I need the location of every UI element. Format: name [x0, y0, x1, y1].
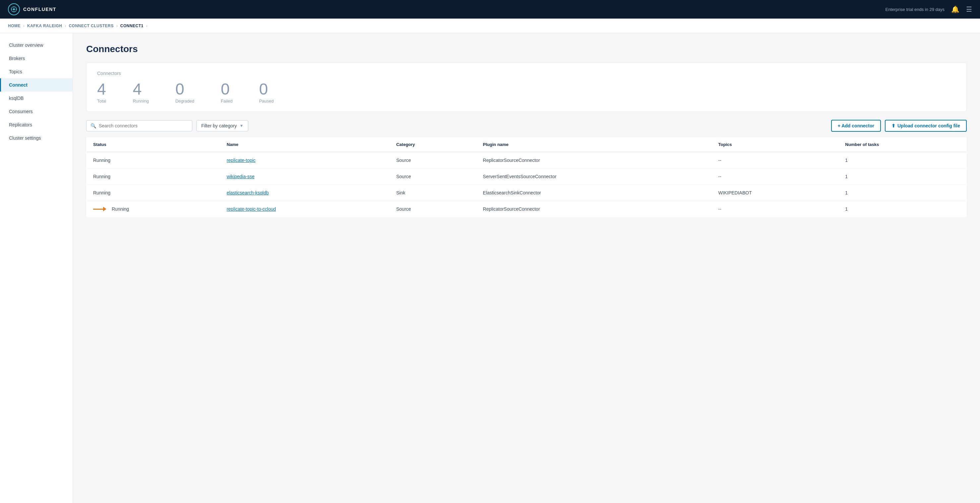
- trial-text: Enterprise trial ends in 29 days: [886, 7, 945, 12]
- cell-category: Source: [390, 201, 476, 217]
- cell-topics: --: [712, 152, 839, 169]
- toolbar: 🔍 Filter by category ▼ + Add connector ⬆…: [86, 120, 967, 132]
- breadcrumb-home[interactable]: HOME: [8, 24, 21, 28]
- stat-total: 4 Total: [97, 81, 106, 104]
- stat-paused: 0 Paused: [259, 81, 274, 104]
- page-title: Connectors: [86, 44, 967, 54]
- table-header-row: Status Name Category Plugin name Topics …: [86, 137, 967, 152]
- breadcrumb-sep-3: ›: [116, 24, 118, 28]
- cell-status: Running: [86, 169, 220, 185]
- cell-plugin: ElasticsearchSinkConnector: [476, 185, 712, 201]
- add-connector-label: + Add connector: [838, 123, 874, 128]
- arrow-shaft: [93, 209, 103, 210]
- cell-plugin: ReplicatorSourceConnector: [476, 201, 712, 217]
- col-header-category: Category: [390, 137, 476, 152]
- stat-running-number: 4: [133, 81, 142, 97]
- breadcrumb-connect-clusters[interactable]: CONNECT CLUSTERS: [68, 24, 113, 28]
- connectors-table: Status Name Category Plugin name Topics …: [86, 137, 967, 217]
- arrow-head: [103, 207, 107, 211]
- cell-status: Running: [86, 185, 220, 201]
- sidebar-item-topics[interactable]: Topics: [0, 65, 73, 78]
- sidebar-item-replicators[interactable]: Replicators: [0, 118, 73, 131]
- main-layout: Cluster overview Brokers Topics Connect …: [0, 33, 980, 503]
- sidebar: Cluster overview Brokers Topics Connect …: [0, 33, 73, 503]
- stat-degraded-desc: Degraded: [175, 99, 194, 104]
- add-connector-button[interactable]: + Add connector: [831, 120, 881, 132]
- stat-running: 4 Running: [133, 81, 148, 104]
- topnav-right: Enterprise trial ends in 29 days 🔔 ☰: [886, 5, 972, 13]
- cell-name[interactable]: wikipedia-sse: [220, 169, 390, 185]
- cell-tasks: 1: [838, 169, 966, 185]
- cell-category: Source: [390, 169, 476, 185]
- breadcrumb-connect1[interactable]: CONNECT1: [120, 24, 143, 28]
- cell-status: Running: [86, 152, 220, 169]
- cell-name[interactable]: replicate-topic-to-ccloud: [220, 201, 390, 217]
- stat-paused-number: 0: [259, 81, 268, 97]
- search-input[interactable]: [99, 123, 188, 128]
- hamburger-menu-icon[interactable]: ☰: [966, 5, 972, 13]
- sidebar-item-brokers[interactable]: Brokers: [0, 52, 73, 65]
- cell-status: Running: [86, 201, 220, 217]
- breadcrumb-kafka-raleigh[interactable]: KAFKA RALEIGH: [27, 24, 62, 28]
- cell-tasks: 1: [838, 185, 966, 201]
- cell-name[interactable]: elasticsearch-ksqldb: [220, 185, 390, 201]
- sidebar-item-cluster-settings[interactable]: Cluster settings: [0, 131, 73, 145]
- stat-failed-number: 0: [221, 81, 230, 97]
- main-content: Connectors Connectors 4 Total 4 Running …: [73, 33, 980, 503]
- table-row: Runningwikipedia-sseSourceServerSentEven…: [86, 169, 967, 185]
- top-navigation: CONFLUENT Enterprise trial ends in 29 da…: [0, 0, 980, 19]
- col-header-plugin: Plugin name: [476, 137, 712, 152]
- filter-category-dropdown[interactable]: Filter by category ▼: [196, 120, 248, 131]
- breadcrumb-sep-1: ›: [23, 24, 24, 28]
- cell-tasks: 1: [838, 152, 966, 169]
- stat-failed-desc: Failed: [221, 99, 232, 104]
- stats-card: Connectors 4 Total 4 Running 0 Degraded …: [86, 62, 967, 112]
- col-header-topics: Topics: [712, 137, 839, 152]
- stat-paused-desc: Paused: [259, 99, 274, 104]
- upload-connector-config-button[interactable]: ⬆ Upload connector config file: [885, 120, 967, 132]
- cell-plugin: ServerSentEventsSourceConnector: [476, 169, 712, 185]
- connector-link[interactable]: replicate-topic: [227, 158, 256, 163]
- cell-topics: --: [712, 201, 839, 217]
- sidebar-item-cluster-overview[interactable]: Cluster overview: [0, 38, 73, 52]
- logo-icon: [8, 3, 20, 15]
- upload-label: Upload connector config file: [897, 123, 960, 128]
- stats-card-label: Connectors: [97, 71, 956, 76]
- col-header-name: Name: [220, 137, 390, 152]
- arrow-indicator: [93, 207, 107, 211]
- breadcrumb-sep-2: ›: [65, 24, 66, 28]
- stat-total-desc: Total: [97, 99, 106, 104]
- stat-degraded: 0 Degraded: [175, 81, 194, 104]
- sidebar-item-ksqldb[interactable]: ksqlDB: [0, 91, 73, 105]
- cell-topics: --: [712, 169, 839, 185]
- col-header-status: Status: [86, 137, 220, 152]
- chevron-down-icon: ▼: [239, 123, 243, 128]
- breadcrumb-sep-4: ›: [146, 24, 148, 28]
- sidebar-item-consumers[interactable]: Consumers: [0, 105, 73, 118]
- connectors-table-wrapper: Status Name Category Plugin name Topics …: [86, 137, 967, 217]
- search-icon: 🔍: [91, 123, 96, 128]
- cell-tasks: 1: [838, 201, 966, 217]
- cell-category: Sink: [390, 185, 476, 201]
- logo-text: CONFLUENT: [23, 6, 56, 12]
- connector-link[interactable]: replicate-topic-to-ccloud: [227, 206, 276, 212]
- cell-name[interactable]: replicate-topic: [220, 152, 390, 169]
- table-row: Runningreplicate-topic-to-ccloudSourceRe…: [86, 201, 967, 217]
- connector-link[interactable]: elasticsearch-ksqldb: [227, 190, 269, 195]
- stats-row: 4 Total 4 Running 0 Degraded 0 Failed 0: [97, 81, 956, 104]
- stat-running-desc: Running: [133, 99, 148, 104]
- breadcrumb: HOME › KAFKA RALEIGH › CONNECT CLUSTERS …: [0, 19, 980, 33]
- stat-degraded-number: 0: [175, 81, 185, 97]
- upload-icon: ⬆: [891, 123, 896, 128]
- connector-link[interactable]: wikipedia-sse: [227, 174, 255, 179]
- search-input-wrapper[interactable]: 🔍: [86, 120, 192, 131]
- filter-category-label: Filter by category: [201, 123, 237, 128]
- col-header-tasks: Number of tasks: [838, 137, 966, 152]
- cell-topics: WIKIPEDIABOT: [712, 185, 839, 201]
- sidebar-item-connect[interactable]: Connect: [0, 78, 73, 91]
- notification-icon[interactable]: 🔔: [951, 5, 959, 13]
- status-text: Running: [112, 206, 129, 212]
- table-row: Runningelasticsearch-ksqldbSinkElasticse…: [86, 185, 967, 201]
- table-row: Runningreplicate-topicSourceReplicatorSo…: [86, 152, 967, 169]
- stat-failed: 0 Failed: [221, 81, 232, 104]
